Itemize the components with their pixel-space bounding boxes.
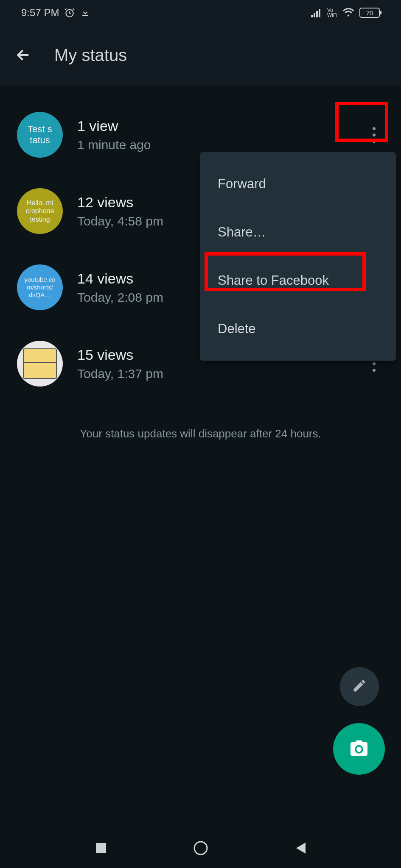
battery-icon: 70 xyxy=(359,8,380,18)
status-thumbnail: Hello, mi crophone testing xyxy=(17,188,63,234)
svg-rect-1 xyxy=(311,15,313,17)
svg-rect-2 xyxy=(314,13,315,17)
page-title: My status xyxy=(54,46,127,65)
status-time: 1 minute ago xyxy=(77,138,349,152)
recents-button[interactable] xyxy=(88,836,114,862)
menu-share[interactable]: Share… xyxy=(200,208,396,256)
back-nav-button[interactable] xyxy=(288,836,313,862)
menu-share-facebook[interactable]: Share to Facebook xyxy=(200,256,396,305)
svg-rect-3 xyxy=(316,11,318,17)
status-time: Today, 1:37 pm xyxy=(77,367,349,381)
menu-delete[interactable]: Delete xyxy=(200,305,396,353)
pencil-icon xyxy=(352,678,367,695)
svg-rect-4 xyxy=(319,9,320,17)
status-thumbnail xyxy=(17,341,63,387)
footer-note: Your status updates will disappear after… xyxy=(0,427,401,440)
vowifi-icon: Vo WiFi xyxy=(327,8,337,18)
more-button[interactable] xyxy=(364,122,384,147)
status-thumbnail: Test s tatus xyxy=(17,112,63,158)
back-button[interactable] xyxy=(13,45,33,65)
signal-icon xyxy=(311,8,322,17)
home-button[interactable] xyxy=(188,836,213,862)
system-status-bar: 9:57 PM Vo WiFi 70 xyxy=(0,0,401,25)
status-thumbnail: youtube.co m/shorts/ dvQA… xyxy=(17,264,63,310)
triangle-icon xyxy=(294,842,306,856)
app-bar: My status xyxy=(0,25,401,85)
camera-icon xyxy=(349,738,369,760)
context-menu: Forward Share… Share to Facebook Delete xyxy=(200,152,396,361)
download-icon xyxy=(80,8,90,18)
svg-point-6 xyxy=(194,842,207,854)
svg-rect-5 xyxy=(96,843,106,853)
wifi-icon xyxy=(342,8,354,17)
circle-icon xyxy=(193,840,209,858)
compose-status-button[interactable] xyxy=(340,667,379,706)
status-views: 1 view xyxy=(77,118,349,134)
square-icon xyxy=(95,842,107,856)
alarm-icon xyxy=(64,7,75,18)
menu-forward[interactable]: Forward xyxy=(200,160,396,208)
kebab-icon xyxy=(373,127,376,143)
camera-status-button[interactable] xyxy=(333,723,385,775)
status-time: 9:57 PM xyxy=(21,7,59,19)
system-nav-bar xyxy=(0,830,401,868)
